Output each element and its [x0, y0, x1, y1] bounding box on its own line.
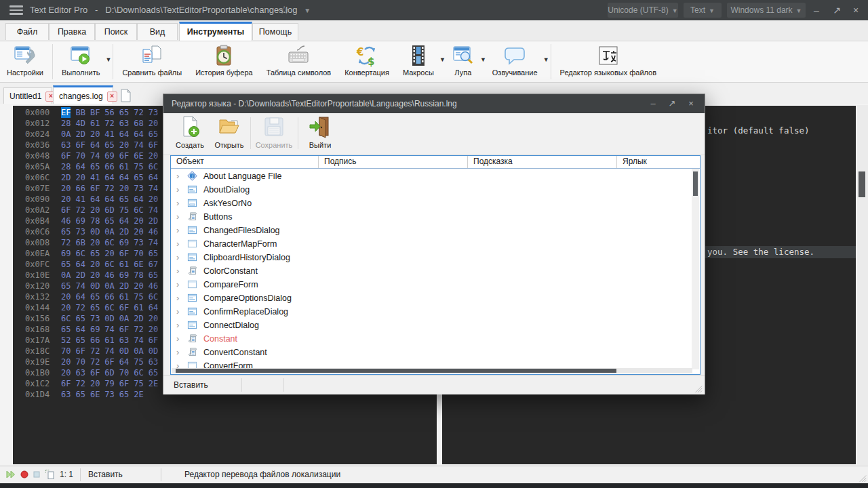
maximize-button[interactable]: ↗: [829, 0, 845, 20]
hex-byte[interactable]: 6D: [104, 367, 114, 378]
hex-byte[interactable]: 74: [149, 237, 158, 248]
hex-byte[interactable]: BB: [75, 107, 85, 118]
hex-byte[interactable]: 20: [134, 216, 143, 226]
hex-byte[interactable]: 6D: [104, 205, 114, 216]
hex-byte[interactable]: 70: [134, 248, 143, 259]
expand-chevron-icon[interactable]: ›: [176, 197, 184, 210]
hex-byte[interactable]: 70: [61, 346, 71, 357]
hex-byte[interactable]: 69: [119, 270, 129, 281]
expand-chevron-icon[interactable]: ›: [176, 224, 184, 237]
hex-byte[interactable]: 63: [61, 140, 71, 150]
hex-byte[interactable]: 72: [90, 346, 100, 357]
hex-byte[interactable]: 72: [75, 205, 85, 216]
hex-byte[interactable]: 6F: [119, 378, 129, 389]
menu-tab-инструменты[interactable]: Инструменты: [179, 22, 252, 41]
hex-byte[interactable]: 28: [61, 161, 71, 172]
scrollbar-thumb[interactable]: [859, 171, 865, 197]
hex-byte[interactable]: 64: [149, 172, 158, 183]
hex-byte[interactable]: 6C: [61, 313, 71, 324]
hex-byte[interactable]: 2D: [119, 281, 129, 291]
hex-byte[interactable]: 70: [75, 150, 85, 161]
hex-byte[interactable]: 66: [90, 335, 100, 346]
hex-byte[interactable]: 28: [61, 118, 71, 129]
hex-byte[interactable]: 20: [134, 281, 143, 291]
run-macro-icon[interactable]: [5, 469, 16, 480]
hex-byte[interactable]: 41: [104, 129, 114, 140]
hex-byte[interactable]: 2D: [119, 226, 129, 237]
hex-byte[interactable]: 74: [134, 335, 143, 346]
hex-byte[interactable]: 78: [134, 270, 143, 281]
dialog-maximize-button[interactable]: ↗: [664, 94, 680, 113]
doc-tab-changes.log[interactable]: changes.log×: [53, 85, 113, 104]
tree-item-About Language File[interactable]: ›iAbout Language File: [171, 169, 700, 182]
hex-byte[interactable]: 61: [119, 291, 129, 302]
hex-byte[interactable]: 73: [75, 226, 85, 237]
hex-byte[interactable]: 73: [149, 107, 158, 118]
hex-byte[interactable]: 64: [119, 172, 129, 183]
dialog-close-button[interactable]: ×: [683, 94, 699, 113]
hex-byte[interactable]: 6C: [149, 161, 158, 172]
hex-byte[interactable]: 2D: [149, 216, 158, 226]
hex-byte[interactable]: 61: [119, 161, 129, 172]
resize-grip[interactable]: [857, 473, 867, 483]
hex-byte[interactable]: 65: [119, 194, 129, 205]
toolbar-button-convert[interactable]: €$Конвертация: [338, 41, 396, 82]
hex-byte[interactable]: 64: [75, 324, 85, 335]
hex-byte[interactable]: 0D: [119, 346, 129, 357]
dialog-button-exit[interactable]: Выйти: [300, 115, 340, 149]
tree-item-ConfirmReplaceDialog[interactable]: ›ConfirmReplaceDialog: [171, 304, 700, 318]
hex-byte[interactable]: 66: [75, 183, 85, 194]
hex-byte[interactable]: 46: [61, 216, 71, 226]
tree-item-AskYesOrNo[interactable]: ›AskYesOrNo: [171, 196, 700, 209]
hex-byte[interactable]: 64: [75, 291, 85, 302]
column-header-1[interactable]: Подпись: [319, 156, 468, 168]
hex-byte[interactable]: 72: [134, 324, 143, 335]
hex-byte[interactable]: 74: [104, 324, 114, 335]
hex-byte[interactable]: 6F: [61, 150, 71, 161]
hex-byte[interactable]: 75: [134, 357, 143, 367]
tree-item-CompareForm[interactable]: ›CompareForm: [171, 277, 700, 291]
record-macro-icon[interactable]: [19, 469, 30, 480]
hex-byte[interactable]: 65: [134, 172, 143, 183]
expand-chevron-icon[interactable]: ›: [176, 278, 184, 291]
hex-byte[interactable]: 46: [149, 226, 158, 237]
expand-chevron-icon[interactable]: ›: [176, 210, 184, 224]
menu-tab-файл[interactable]: Файл: [5, 23, 49, 40]
hex-byte[interactable]: 65: [90, 302, 100, 313]
scrollbar-thumb[interactable]: [176, 369, 616, 373]
hex-byte[interactable]: 65: [149, 248, 158, 259]
hex-byte[interactable]: 6C: [134, 205, 143, 216]
tree-horizontal-scrollbar[interactable]: [172, 368, 692, 373]
hex-byte[interactable]: 6E: [134, 150, 143, 161]
toolbar-button-charmap[interactable]: Таблица символов: [260, 41, 338, 82]
editor-vertical-scrollbar[interactable]: [856, 105, 868, 465]
expand-chevron-icon[interactable]: ›: [176, 346, 184, 359]
hex-byte[interactable]: 74: [104, 346, 114, 357]
hex-byte[interactable]: 72: [75, 302, 85, 313]
tree-item-ColorConstant[interactable]: ›ColorConstant: [171, 264, 700, 277]
hex-byte[interactable]: 0A: [119, 313, 129, 324]
column-header-0[interactable]: Объект: [171, 156, 319, 168]
hex-byte[interactable]: 64: [75, 259, 85, 270]
hex-byte[interactable]: 63: [61, 389, 71, 400]
hex-byte[interactable]: 75: [134, 291, 143, 302]
hex-byte[interactable]: 64: [134, 129, 143, 140]
dropdown-caret-icon[interactable]: ▼: [543, 56, 549, 63]
hex-byte[interactable]: 64: [90, 140, 100, 150]
hex-byte[interactable]: 75: [134, 378, 143, 389]
hex-byte[interactable]: 72: [104, 183, 114, 194]
close-button[interactable]: ×: [848, 0, 864, 20]
hex-byte[interactable]: 6F: [90, 183, 100, 194]
hex-byte[interactable]: 20: [61, 194, 71, 205]
hex-byte[interactable]: 61: [119, 259, 129, 270]
hex-byte[interactable]: 6F: [119, 150, 129, 161]
hex-byte[interactable]: 70: [119, 367, 129, 378]
hex-byte[interactable]: 63: [119, 335, 129, 346]
hex-byte[interactable]: 6F: [119, 324, 129, 335]
hex-byte[interactable]: 74: [75, 281, 85, 291]
hex-byte[interactable]: 6F: [75, 346, 85, 357]
hex-byte[interactable]: 63: [75, 367, 85, 378]
tree-item-AboutDialog[interactable]: ›AboutDialog: [171, 182, 700, 196]
hex-byte[interactable]: 72: [90, 357, 100, 367]
hex-byte[interactable]: 6C: [104, 237, 114, 248]
